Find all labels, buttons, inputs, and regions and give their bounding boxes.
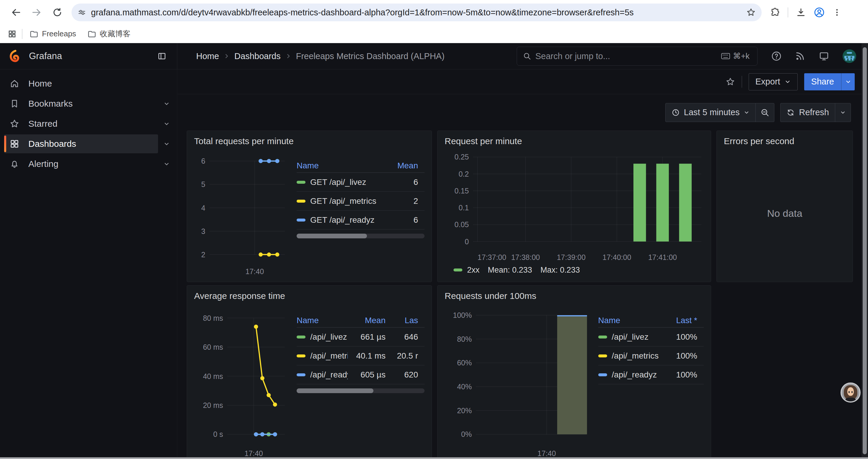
- svg-text:17:40: 17:40: [244, 449, 263, 458]
- breadcrumb-home[interactable]: Home: [196, 52, 219, 61]
- plot-canvas[interactable]: 100%80%60%40%20%0%17:40: [443, 304, 590, 459]
- legend-column-header[interactable]: Name: [297, 161, 389, 170]
- panel-legend: NameMeanLas/api/_livez661 µs646/api/_met…: [288, 304, 426, 459]
- apps-grid-icon[interactable]: [8, 30, 17, 38]
- sidebar-item-alerting[interactable]: Alerting: [0, 155, 177, 173]
- sidebar-item-home[interactable]: Home: [0, 74, 177, 93]
- svg-text:17:40: 17:40: [537, 449, 556, 458]
- series-color-pill: [297, 200, 306, 203]
- plot-canvas[interactable]: 80 ms60 ms40 ms20 ms0 s17:40: [193, 304, 288, 459]
- legend-column-header[interactable]: Last *: [662, 316, 704, 325]
- legend-row[interactable]: /api/_readyz605 µs620: [297, 365, 425, 384]
- page-scrollbar[interactable]: [862, 43, 868, 459]
- panel-total-requests-per-minute: Total requests per minute6543217:40NameM…: [187, 131, 432, 282]
- legend-row[interactable]: /api/_livez661 µs646: [297, 328, 425, 347]
- chevron-down-icon[interactable]: [163, 140, 170, 148]
- svg-text:17:40:00: 17:40:00: [602, 253, 631, 261]
- brand-title[interactable]: Grafana: [29, 51, 62, 61]
- downloads-icon[interactable]: [796, 7, 806, 18]
- plot-canvas[interactable]: 6543217:40: [193, 150, 288, 277]
- help-icon[interactable]: [771, 51, 782, 61]
- export-button[interactable]: Export: [749, 73, 798, 90]
- dashboard-actions-bar: Export Share: [178, 69, 868, 94]
- address-bar[interactable]: grafana.mathmast.com/d/deytv4rwavabkb/fr…: [71, 4, 762, 21]
- browser-reload-button[interactable]: [49, 4, 66, 21]
- chevron-down-icon: [845, 78, 851, 85]
- browser-menu-icon[interactable]: [833, 8, 841, 17]
- sidebar-collapse-button[interactable]: [157, 52, 166, 61]
- legend-row[interactable]: GET /api/_metrics2: [297, 192, 425, 210]
- legend-row[interactable]: /api/_metrics100%: [598, 347, 704, 365]
- legend-column-header[interactable]: Name: [297, 316, 348, 325]
- refresh-interval-dropdown[interactable]: [835, 103, 850, 122]
- legend-scrollbar[interactable]: [297, 388, 425, 393]
- search-input[interactable]: Search or jump to... ⌘+k: [517, 47, 757, 66]
- refresh-button[interactable]: Refresh: [780, 103, 835, 122]
- time-series-plot[interactable]: 6543217:40: [193, 150, 288, 277]
- legend-row[interactable]: GET /api/_livez6: [297, 173, 425, 192]
- time-series-plot[interactable]: 100%80%60%40%20%0%17:40: [443, 304, 590, 459]
- sidebar-item-starred[interactable]: Starred: [0, 114, 177, 133]
- scrollbar-thumb[interactable]: [863, 47, 867, 454]
- browser-back-button[interactable]: [8, 4, 24, 21]
- legend-column-header[interactable]: Name: [598, 316, 662, 325]
- sidebar-nav: HomeBookmarksStarredDashboardsAlerting: [0, 69, 177, 459]
- bookmark-folder-blogs[interactable]: 收藏博客: [83, 26, 135, 41]
- chevron-down-icon[interactable]: [163, 160, 170, 168]
- time-series-plot[interactable]: 80 ms60 ms40 ms20 ms0 s17:40: [193, 304, 288, 459]
- favorite-star-button[interactable]: [725, 77, 735, 87]
- legend-row[interactable]: /api/_livez100%: [598, 328, 704, 347]
- time-range-button[interactable]: Last 5 minutes: [665, 103, 756, 122]
- zoom-out-time-button[interactable]: [756, 103, 774, 122]
- legend-column-header[interactable]: Mean: [348, 316, 392, 325]
- series-color-pill: [598, 373, 607, 376]
- sidebar-item-dashboards[interactable]: Dashboards: [0, 134, 177, 153]
- series-color-pill: [454, 268, 462, 271]
- url-text[interactable]: grafana.mathmast.com/d/deytv4rwavabkb/fr…: [91, 8, 746, 18]
- news-rss-icon[interactable]: [795, 51, 805, 61]
- extensions-icon[interactable]: [770, 7, 780, 18]
- sidebar-item-bookmarks[interactable]: Bookmarks: [0, 94, 177, 113]
- breadcrumb-dashboards[interactable]: Dashboards: [234, 52, 280, 61]
- chevron-down-icon[interactable]: [163, 100, 170, 107]
- refresh-sync-icon: [786, 108, 795, 117]
- bookmark-folder-freeleaps[interactable]: Freeleaps: [25, 27, 80, 41]
- search-shortcut-hint: ⌘+k: [718, 50, 752, 62]
- zoom-out-icon: [761, 108, 769, 117]
- series-color-pill: [297, 219, 306, 222]
- panel-title[interactable]: Request per minute: [443, 136, 705, 150]
- sidebar-item-label: Starred: [28, 119, 57, 129]
- legend-row[interactable]: GET /api/_readyz6: [297, 210, 425, 230]
- plot-canvas[interactable]: 0.250.20.150.10.05017:37:0017:38:0017:39…: [443, 150, 705, 263]
- legend-row[interactable]: /api/_metrics40.1 ms20.5 r: [297, 347, 425, 365]
- legend-item[interactable]: 2xx: [454, 266, 479, 275]
- browser-profile-icon[interactable]: [814, 7, 825, 18]
- site-settings-icon[interactable]: [78, 8, 86, 17]
- browser-forward-button[interactable]: [28, 4, 45, 21]
- panel-title[interactable]: Requests under 100ms: [443, 290, 705, 304]
- panel-request-per-minute: Request per minute0.250.20.150.10.05017:…: [437, 131, 711, 282]
- assistant-avatar[interactable]: [840, 383, 861, 402]
- bookmark-star-icon[interactable]: [746, 8, 756, 17]
- dashboard-grid: Total requests per minute6543217:40NameM…: [178, 131, 868, 459]
- panel-title[interactable]: Total requests per minute: [193, 136, 426, 150]
- legend-column-header[interactable]: Mean: [389, 161, 425, 170]
- panel-title[interactable]: Average response time: [193, 290, 426, 304]
- svg-text:17:41:00: 17:41:00: [648, 253, 677, 261]
- share-dropdown-button[interactable]: [841, 73, 855, 90]
- legend-scrollbar[interactable]: [297, 234, 425, 238]
- panel-average-response-time: Average response time80 ms60 ms40 ms20 m…: [187, 285, 432, 459]
- panel-errors-per-second: Errors per secondNo data: [716, 131, 853, 282]
- panel-legend: NameLast */api/_livez100%/api/_metrics10…: [590, 304, 705, 459]
- tv-kiosk-icon[interactable]: [818, 51, 830, 61]
- reload-icon: [52, 7, 62, 18]
- chevron-down-icon[interactable]: [163, 120, 170, 128]
- share-button[interactable]: Share: [804, 73, 841, 90]
- legend-row[interactable]: /api/_readyz100%: [598, 365, 704, 384]
- grafana-logo[interactable]: [9, 50, 21, 63]
- legend-column-header[interactable]: Las: [392, 316, 425, 325]
- time-controls-bar: Last 5 minutes Refresh: [178, 94, 868, 131]
- bar-plot[interactable]: 0.250.20.150.10.05017:37:0017:38:0017:39…: [443, 150, 705, 263]
- panel-title[interactable]: Errors per second: [723, 136, 847, 150]
- user-avatar[interactable]: [843, 49, 856, 63]
